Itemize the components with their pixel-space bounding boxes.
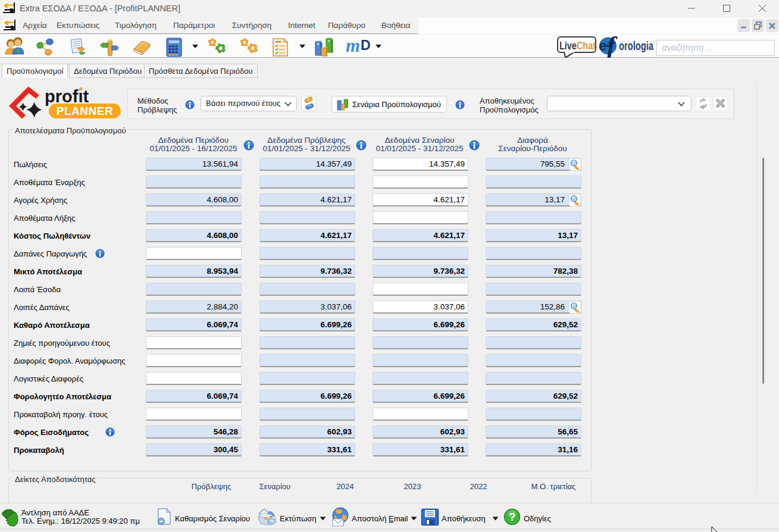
svg-text:e: e <box>599 37 606 54</box>
svg-text:?: ? <box>509 511 515 523</box>
